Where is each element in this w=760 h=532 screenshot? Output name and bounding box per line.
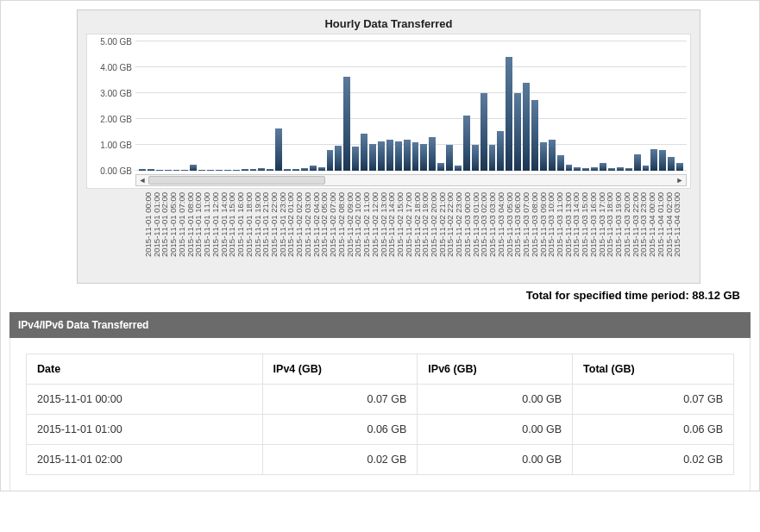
bar[interactable]	[318, 167, 325, 171]
table-header-row: Date IPv4 (GB) IPv6 (GB) Total (GB)	[27, 354, 734, 385]
x-tick-label: 2015-11-02 14:00	[386, 192, 393, 274]
chart-scrollbar[interactable]: ◄ ►	[135, 174, 687, 186]
bar[interactable]	[267, 169, 273, 171]
cell-ipv4: 0.02 GB	[262, 445, 418, 475]
bar[interactable]	[643, 166, 650, 171]
bar[interactable]	[480, 93, 487, 171]
bar[interactable]	[378, 141, 385, 171]
bar[interactable]	[549, 140, 556, 171]
bar[interactable]	[523, 83, 530, 171]
bar[interactable]	[139, 169, 146, 171]
x-tick-label: 2015-11-02 09:00	[345, 192, 352, 274]
bar[interactable]	[165, 170, 172, 171]
bar[interactable]	[650, 149, 657, 172]
bar[interactable]	[497, 131, 504, 172]
bar[interactable]	[659, 150, 666, 171]
bar[interactable]	[335, 146, 342, 171]
bar[interactable]	[369, 144, 376, 172]
y-tick-label: 3.00 GB	[100, 89, 132, 98]
cell-total: 0.06 GB	[573, 415, 734, 445]
bar[interactable]	[463, 116, 470, 172]
bar[interactable]	[429, 137, 436, 171]
cell-date: 2015-11-01 00:00	[27, 385, 263, 415]
bar[interactable]	[207, 170, 214, 171]
bar[interactable]	[472, 145, 479, 171]
bar[interactable]	[566, 165, 573, 172]
total-summary: Total for specified time period: 88.12 G…	[9, 289, 740, 302]
chart-card: Hourly Data Transferred 0.00 GB1.00 GB2.…	[77, 9, 700, 284]
bar[interactable]	[258, 168, 265, 171]
x-tick-label: 2015-11-03 00:00	[462, 192, 469, 274]
bar[interactable]	[156, 170, 163, 171]
y-tick-label: 1.00 GB	[100, 141, 132, 150]
bar[interactable]	[557, 155, 564, 171]
x-tick-label: 2015-11-03 07:00	[521, 192, 528, 274]
bar[interactable]	[514, 93, 521, 171]
bar[interactable]	[591, 167, 598, 171]
cell-date: 2015-11-01 02:00	[27, 445, 263, 475]
bar[interactable]	[148, 169, 154, 171]
bar[interactable]	[625, 168, 632, 171]
scroll-left-button[interactable]: ◄	[136, 175, 148, 185]
bar[interactable]	[216, 170, 223, 171]
bar[interactable]	[540, 142, 547, 171]
bar[interactable]	[420, 144, 427, 172]
bar[interactable]	[437, 163, 444, 171]
bar[interactable]	[404, 140, 411, 171]
bar[interactable]	[600, 163, 606, 171]
bar[interactable]	[198, 170, 205, 171]
bar[interactable]	[327, 150, 334, 171]
bar[interactable]	[386, 140, 393, 171]
x-tick-label: 2015-11-03 06:00	[512, 192, 519, 274]
bar[interactable]	[250, 169, 257, 171]
bar[interactable]	[617, 167, 624, 171]
bar[interactable]	[181, 170, 188, 171]
bar[interactable]	[634, 154, 641, 172]
bar[interactable]	[582, 168, 589, 171]
bar[interactable]	[668, 157, 675, 172]
x-tick-label: 2015-11-01 05:00	[168, 192, 175, 274]
bar[interactable]	[292, 169, 299, 171]
x-tick-label: 2015-11-04 01:00	[656, 192, 663, 274]
bar[interactable]	[455, 166, 462, 171]
bar[interactable]	[446, 145, 453, 171]
x-tick-label: 2015-11-02 08:00	[336, 192, 343, 274]
bars-container	[135, 41, 687, 171]
bar[interactable]	[608, 168, 615, 171]
bar[interactable]	[361, 134, 367, 171]
bar[interactable]	[531, 100, 538, 172]
x-tick-label: 2015-11-02 23:00	[454, 192, 461, 274]
x-tick-label: 2015-11-02 20:00	[429, 192, 436, 274]
scroll-right-button[interactable]: ►	[674, 175, 686, 185]
bar[interactable]	[284, 169, 291, 171]
bar[interactable]	[310, 166, 317, 171]
bar[interactable]	[352, 147, 359, 172]
cell-total: 0.02 GB	[573, 445, 734, 475]
x-tick-label: 2015-11-03 22:00	[631, 192, 638, 274]
col-ipv4: IPv4 (GB)	[262, 354, 418, 385]
y-tick-label: 2.00 GB	[100, 115, 132, 124]
bar[interactable]	[343, 77, 350, 172]
bar[interactable]	[173, 170, 180, 171]
x-tick-label: 2015-11-03 03:00	[487, 192, 494, 274]
col-ipv6: IPv6 (GB)	[418, 354, 573, 385]
bar[interactable]	[506, 57, 512, 171]
bar[interactable]	[224, 170, 231, 171]
x-tick-label: 2015-11-03 02:00	[479, 192, 486, 274]
bar[interactable]	[489, 145, 496, 171]
bar[interactable]	[412, 142, 419, 171]
bar[interactable]	[190, 165, 197, 172]
x-tick-label: 2015-11-02 18:00	[412, 192, 419, 274]
scroll-thumb[interactable]	[148, 176, 325, 185]
bar[interactable]	[275, 128, 282, 172]
x-tick-label: 2015-11-03 14:00	[571, 192, 578, 274]
bar[interactable]	[574, 167, 581, 172]
x-tick-label: 2015-11-03 11:00	[555, 192, 562, 274]
bar[interactable]	[233, 170, 240, 172]
table-row: 2015-11-01 00:000.07 GB0.00 GB0.07 GB	[27, 385, 734, 415]
bar[interactable]	[301, 168, 308, 171]
bar[interactable]	[395, 141, 402, 172]
bar[interactable]	[242, 169, 248, 171]
bar[interactable]	[676, 163, 683, 171]
y-tick-label: 4.00 GB	[100, 63, 132, 72]
